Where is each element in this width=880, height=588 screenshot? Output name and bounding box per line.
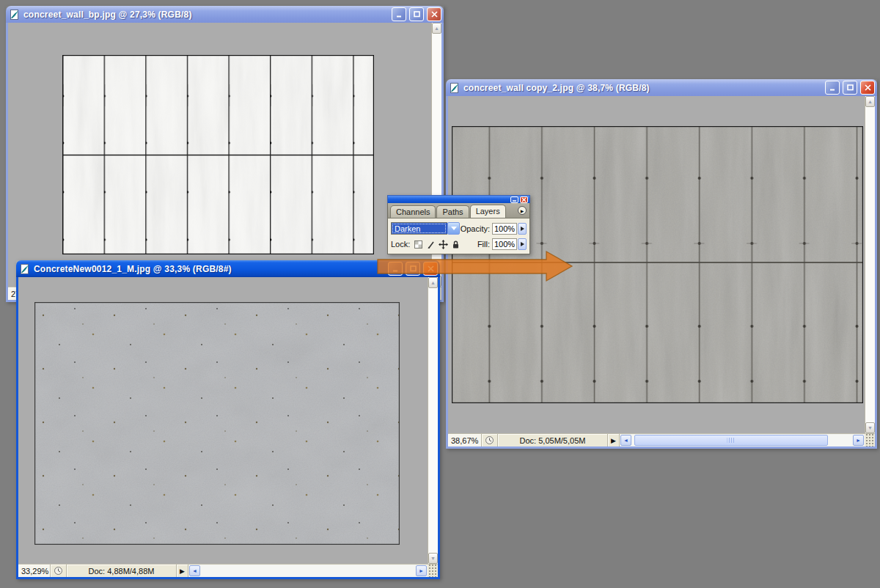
blend-mode-select[interactable]: Darken [391,222,447,235]
palette-menu-button[interactable]: ▶ [518,206,527,215]
fill-slider-arrow[interactable] [518,238,527,250]
chevron-down-icon[interactable] [447,222,460,235]
scroll-left-button[interactable]: ◄ [620,435,631,446]
window-wall-copy2: concreet_wall copy_2.jpg @ 38,7% (RGB/8) [446,79,877,449]
vertical-scrollbar[interactable]: ▲ ▼ [865,96,875,433]
window-title: ConcreteNew0012_1_M.jpg @ 33,3% (RGB/8#) [34,264,385,274]
scroll-left-button[interactable]: ◄ [189,565,200,576]
scroll-right-button[interactable]: ► [416,565,427,576]
scrollbar-thumb[interactable] [634,435,828,446]
status-clock-icon [482,434,498,446]
canvas-wall-bp-image[interactable] [62,55,374,254]
window-title: concreet_wall_bp.jpg @ 27,3% (RGB/8) [23,10,389,20]
palette-titlebar[interactable] [387,195,530,203]
close-button[interactable] [860,81,875,95]
titlebar-concrete-new[interactable]: ConcreteNew0012_1_M.jpg @ 33,3% (RGB/8#) [16,260,440,277]
opacity-slider-arrow[interactable] [518,223,527,235]
palette-tab-strip: Channels Paths Layers ▶ [387,203,530,218]
status-clock-icon [51,565,67,577]
canvas-concrete-new-image[interactable] [34,302,400,545]
lock-paint-icon[interactable] [426,240,436,249]
palette-minimize-button[interactable] [510,196,518,203]
status-menu-arrow[interactable]: ▶ [608,434,620,446]
window-wall-bp: concreet_wall_bp.jpg @ 27,3% (RGB/8) [6,6,444,302]
document-icon [9,9,21,21]
status-menu-arrow[interactable]: ▶ [177,565,188,577]
doc-size-field: Doc: 4,88M/4,88M [67,565,177,577]
opacity-value-field[interactable]: 100% [492,223,517,235]
maximize-button[interactable] [843,81,857,95]
lock-label: Lock: [391,240,410,249]
scroll-up-button[interactable]: ▲ [428,277,438,288]
statusbar-concrete-new: 33,29% Doc: 4,88M/4,88M ▶ ◄ ► [18,564,438,577]
tab-paths[interactable]: Paths [436,205,469,218]
minimize-button[interactable] [388,262,403,276]
scroll-right-button[interactable]: ► [853,435,864,446]
document-icon [449,82,461,94]
doc-size-field: Doc: 5,05M/5,05M [498,434,608,446]
close-button[interactable] [427,7,441,21]
lock-all-icon[interactable] [451,240,461,249]
lock-move-icon[interactable] [439,240,448,249]
vertical-scrollbar[interactable]: ▲ ▼ [428,277,438,564]
close-button[interactable] [423,262,438,276]
zoom-level-field[interactable]: 38,67% [448,434,482,446]
document-icon [19,263,31,275]
palette-close-button[interactable] [520,196,528,203]
fill-label: Fill: [477,240,490,249]
scroll-up-button[interactable]: ▲ [432,23,441,34]
window-concrete-new: ConcreteNew0012_1_M.jpg @ 33,3% (RGB/8#) [16,260,440,579]
palette-body: Darken Opacity: 100% Lock: Fill: 100% [387,218,530,254]
canvas-wall-copy2-image[interactable] [452,126,863,403]
maximize-button[interactable] [409,7,424,21]
scroll-up-button[interactable]: ▲ [865,96,875,107]
statusbar-wall-copy2: 38,67% Doc: 5,05M/5,05M ▶ ◄ ► [448,433,875,446]
tab-channels[interactable]: Channels [390,205,436,218]
layers-palette: Channels Paths Layers ▶ Darken Opacity: … [387,195,530,254]
resize-grip[interactable] [428,565,438,577]
fill-value-field[interactable]: 100% [492,238,517,250]
zoom-level-field[interactable]: 33,29% [18,565,51,577]
maximize-button[interactable] [406,262,420,276]
minimize-button[interactable] [825,81,840,95]
scroll-down-button[interactable]: ▼ [865,422,875,433]
opacity-label: Opacity: [461,224,490,233]
titlebar-wall-bp[interactable]: concreet_wall_bp.jpg @ 27,3% (RGB/8) [6,6,444,23]
horizontal-scrollbar[interactable]: ◄ ► [620,434,865,446]
resize-grip[interactable] [865,434,875,446]
scroll-down-button[interactable]: ▼ [428,553,438,564]
minimize-button[interactable] [392,7,406,21]
lock-transparency-icon[interactable] [414,240,423,249]
titlebar-wall-copy2[interactable]: concreet_wall copy_2.jpg @ 38,7% (RGB/8) [446,79,877,96]
tab-layers[interactable]: Layers [470,205,506,218]
horizontal-scrollbar[interactable]: ◄ ► [188,565,428,577]
window-title: concreet_wall copy_2.jpg @ 38,7% (RGB/8) [463,83,822,93]
